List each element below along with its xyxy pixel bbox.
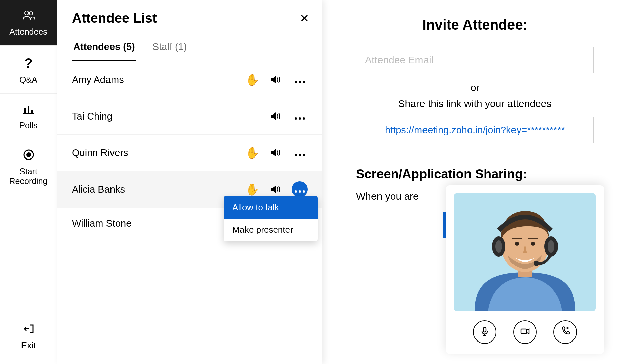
raised-hand-icon: ✋ — [245, 146, 259, 160]
mic-button[interactable] — [473, 320, 496, 344]
raised-hand-icon: ✋ — [245, 183, 259, 196]
svg-point-7 — [26, 152, 31, 157]
hangup-button[interactable] — [553, 320, 577, 344]
svg-rect-5 — [23, 113, 34, 114]
dropdown-item-make-presenter[interactable]: Make presenter — [224, 219, 318, 241]
attendee-name: Amy Adams — [72, 74, 245, 85]
attendee-name: Quinn Rivers — [72, 147, 245, 158]
svg-point-0 — [25, 11, 29, 15]
sidebar-item-exit[interactable]: Exit — [0, 314, 57, 364]
attendee-name: Alicia Banks — [72, 184, 245, 195]
svg-rect-2 — [24, 108, 26, 113]
svg-rect-23 — [521, 329, 526, 334]
hangup-icon — [560, 326, 571, 338]
speaker-icon[interactable] — [269, 110, 281, 122]
camera-button[interactable] — [513, 320, 537, 344]
tab-staff[interactable]: Staff (1) — [151, 35, 188, 61]
dropdown-item-allow-to-talk[interactable]: Allow to talk — [224, 196, 318, 219]
share-link-label: Share this link with your attendees — [398, 98, 552, 109]
svg-rect-16 — [528, 238, 538, 239]
record-icon — [23, 149, 34, 163]
svg-rect-15 — [512, 238, 522, 239]
tab-attendees[interactable]: Attendees (5) — [72, 35, 136, 61]
mic-icon — [479, 326, 490, 338]
svg-point-14 — [531, 242, 535, 246]
panel-title: Attendee List — [72, 11, 157, 26]
polls-icon — [23, 104, 34, 117]
more-button[interactable] — [292, 108, 308, 124]
video-controls — [454, 320, 596, 344]
video-thumbnail — [454, 193, 596, 311]
svg-point-18 — [495, 240, 502, 253]
speaker-icon[interactable] — [269, 74, 281, 86]
sidebar-item-start-recording[interactable]: Start Recording — [0, 139, 57, 195]
svg-rect-3 — [28, 106, 29, 113]
svg-point-20 — [548, 240, 554, 253]
attendee-row: Tai Ching — [57, 98, 322, 135]
self-video-card — [446, 185, 604, 354]
sidebar-item-attendees[interactable]: Attendees — [0, 0, 57, 46]
attendee-name: Tai Ching — [72, 111, 269, 122]
avatar-image — [454, 193, 596, 311]
more-button[interactable] — [292, 145, 308, 161]
question-icon: ? — [24, 56, 32, 71]
sidebar-item-label: Attendees — [9, 27, 47, 37]
sharing-heading: Screen/Application Sharing: — [356, 167, 594, 181]
attendee-rows: Amy Adams ✋ Tai Ching Quinn Rivers — [57, 61, 322, 239]
camera-icon — [520, 326, 530, 338]
sidebar-item-label: Exit — [21, 340, 36, 351]
speaker-icon[interactable] — [269, 147, 281, 159]
left-sidebar: Attendees ? Q&A Polls Start Recording — [0, 0, 57, 364]
speaker-icon[interactable] — [269, 183, 281, 195]
sidebar-item-label: Q&A — [19, 75, 37, 85]
attendees-icon — [22, 10, 35, 23]
invite-heading: Invite Attendee: — [422, 17, 527, 33]
raised-hand-icon: ✋ — [245, 73, 259, 86]
sidebar-item-label: Polls — [19, 121, 37, 130]
attendee-row: Amy Adams ✋ — [57, 61, 322, 98]
attendee-panel: Attendee List ✕ Attendees (5) Staff (1) … — [57, 0, 322, 364]
sidebar-item-polls[interactable]: Polls — [0, 94, 57, 139]
or-label: or — [471, 82, 480, 93]
close-icon[interactable]: ✕ — [300, 13, 309, 24]
exit-icon — [23, 323, 34, 337]
attendee-row: Alicia Banks ✋ Allow to talk Make presen… — [57, 171, 322, 208]
more-button[interactable] — [292, 72, 308, 88]
attendee-email-input[interactable] — [356, 47, 594, 73]
sidebar-item-label: Start Recording — [9, 167, 48, 186]
attendee-actions-dropdown: Allow to talk Make presenter — [224, 196, 318, 241]
svg-point-1 — [29, 12, 33, 15]
more-button[interactable] — [292, 181, 308, 197]
svg-rect-4 — [31, 110, 33, 113]
panel-tabs: Attendees (5) Staff (1) — [57, 35, 322, 61]
svg-point-13 — [515, 242, 519, 246]
invite-link-box[interactable]: https://meeting.zoho.in/join?key=*******… — [356, 117, 594, 143]
sidebar-item-qa[interactable]: ? Q&A — [0, 46, 57, 94]
svg-rect-22 — [483, 327, 486, 332]
attendee-row: Quinn Rivers ✋ — [57, 135, 322, 171]
svg-point-21 — [534, 261, 539, 266]
